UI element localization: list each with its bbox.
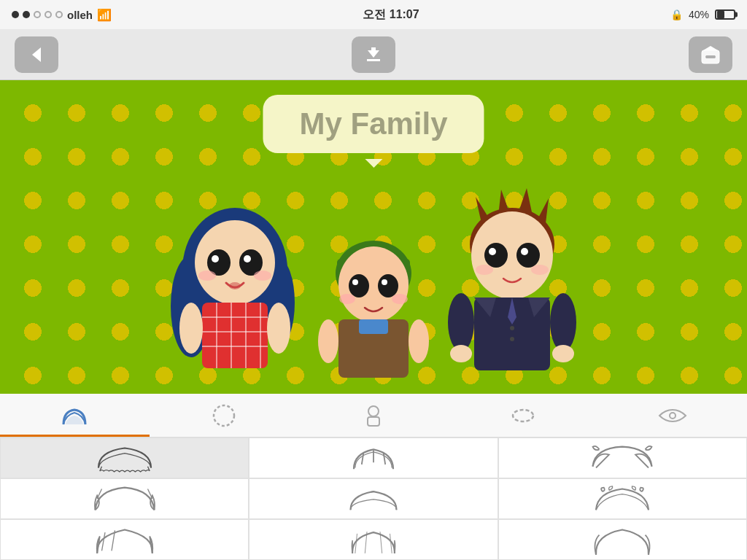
mother-character	[162, 190, 308, 394]
svg-point-51	[516, 243, 540, 268]
tab-hair[interactable]	[0, 394, 150, 437]
svg-point-66	[214, 405, 234, 426]
hair-style-1-icon	[92, 441, 158, 475]
svg-point-69	[513, 410, 533, 421]
dot2	[23, 11, 30, 18]
signal-dots	[12, 11, 63, 18]
dot3	[34, 11, 41, 18]
hair-style-2-icon	[341, 441, 406, 475]
svg-point-61	[510, 337, 514, 341]
hair-style-8-icon	[341, 523, 406, 556]
svg-point-54	[476, 265, 493, 275]
svg-point-34	[349, 274, 369, 298]
accessory-tab-icon	[510, 404, 536, 427]
main-title: My Family	[299, 106, 447, 141]
svg-point-18	[198, 271, 216, 281]
battery-percent: 40%	[689, 9, 709, 20]
svg-point-43	[409, 319, 429, 363]
svg-rect-21	[202, 303, 268, 368]
toolbar	[0, 29, 747, 80]
category-tabs	[0, 394, 747, 438]
share-icon	[700, 44, 721, 65]
hair-style-6[interactable]	[498, 478, 747, 519]
hair-style-9-icon	[589, 523, 655, 556]
svg-point-53	[521, 248, 528, 255]
hair-style-4[interactable]	[0, 478, 249, 519]
hair-tab-icon	[60, 404, 89, 427]
download-icon	[363, 44, 384, 65]
svg-point-37	[382, 279, 387, 285]
dot1	[12, 11, 19, 18]
svg-point-29	[179, 303, 203, 354]
tab-accessory[interactable]	[448, 394, 597, 437]
hair-style-2[interactable]	[249, 438, 498, 478]
svg-point-62	[448, 293, 474, 351]
battery-fill	[717, 11, 724, 18]
svg-rect-1	[367, 59, 380, 61]
svg-point-64	[450, 345, 472, 362]
wifi-icon: 📶	[97, 8, 112, 22]
svg-point-19	[254, 271, 271, 281]
battery-icon	[715, 9, 735, 20]
title-bubble: My Family	[263, 95, 484, 153]
svg-point-13	[195, 220, 275, 305]
tab-eye[interactable]	[597, 394, 747, 437]
father-character	[439, 182, 585, 394]
face-tab-icon	[211, 404, 237, 427]
svg-point-50	[484, 243, 508, 268]
svg-point-65	[552, 345, 574, 362]
carrier-label: olleh	[67, 9, 93, 21]
status-time: 오전 11:07	[363, 7, 419, 23]
svg-point-17	[244, 255, 251, 262]
body-tab-icon	[362, 404, 385, 427]
child-character	[315, 219, 432, 394]
svg-point-39	[392, 294, 408, 304]
hair-style-5[interactable]	[249, 478, 498, 519]
hair-style-4-icon	[92, 482, 158, 516]
share-button[interactable]	[689, 36, 732, 73]
svg-point-35	[378, 274, 398, 298]
hair-style-7[interactable]	[0, 519, 249, 560]
svg-point-36	[352, 279, 358, 285]
svg-rect-41	[359, 319, 388, 334]
svg-point-42	[318, 319, 338, 363]
status-left: olleh 📶	[12, 8, 112, 22]
svg-point-60	[510, 326, 514, 330]
back-button[interactable]	[15, 36, 58, 73]
svg-rect-68	[368, 417, 379, 426]
hair-style-7-icon	[92, 523, 158, 556]
hair-style-8[interactable]	[249, 519, 498, 560]
main-illustration: My Family	[0, 80, 747, 394]
svg-point-16	[212, 255, 219, 262]
hair-style-1[interactable]	[0, 438, 249, 478]
svg-marker-0	[32, 47, 41, 62]
dot4	[44, 11, 52, 18]
hair-style-6-icon	[589, 482, 655, 516]
svg-point-52	[489, 248, 496, 255]
hair-style-9[interactable]	[498, 519, 747, 560]
dot5	[55, 11, 63, 18]
svg-point-67	[368, 406, 379, 416]
back-icon	[26, 44, 47, 65]
svg-marker-9	[703, 46, 718, 50]
lock-icon: 🔒	[670, 9, 683, 20]
svg-point-20	[229, 282, 241, 289]
svg-point-70	[670, 413, 676, 419]
svg-point-55	[531, 265, 549, 275]
tab-body[interactable]	[299, 394, 449, 437]
status-right: 🔒 40%	[670, 9, 735, 20]
eye-tab-icon	[658, 408, 687, 423]
characters-group	[162, 182, 585, 394]
svg-point-38	[339, 294, 355, 304]
svg-point-49	[471, 211, 553, 299]
hair-style-grid	[0, 438, 747, 560]
hair-style-3-icon	[589, 441, 655, 475]
svg-rect-3	[371, 47, 376, 55]
hair-style-3[interactable]	[498, 438, 747, 478]
svg-rect-8	[706, 55, 715, 58]
svg-point-63	[550, 293, 576, 351]
svg-point-30	[267, 303, 290, 354]
download-button[interactable]	[352, 36, 395, 73]
hair-style-5-icon	[341, 482, 406, 516]
tab-face[interactable]	[150, 394, 299, 437]
